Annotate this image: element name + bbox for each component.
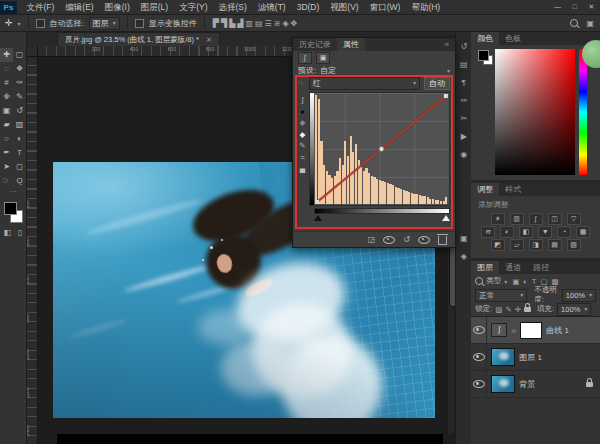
distribute-right-icon[interactable]: ▤ (254, 19, 264, 28)
menu-item[interactable]: 选择(S) (213, 2, 252, 12)
adjustment-view-icon[interactable]: ∫ (298, 52, 312, 64)
channel-mixer-icon[interactable]: ◔ (557, 226, 571, 238)
tool-presets-panel-icon[interactable]: ✂ (460, 114, 467, 123)
tab-color[interactable]: 颜色 (471, 32, 499, 45)
lock-pixels-icon[interactable]: ✎ (505, 305, 511, 314)
curve-tool-icon[interactable]: ʃ (302, 96, 304, 104)
quick-selection-tool[interactable]: ❖ (13, 62, 26, 76)
marquee-tool[interactable]: ▢ (13, 48, 26, 62)
color-balance-icon[interactable]: ◐ (500, 226, 514, 238)
previous-state-icon[interactable] (383, 236, 395, 244)
white-point-eyedropper-icon[interactable]: ◆ (300, 131, 306, 139)
libraries-panel-icon[interactable]: ▣ (460, 234, 468, 243)
blur-tool[interactable]: ○ (0, 132, 13, 146)
targeted-adjustment-icon[interactable]: ☞ (298, 80, 305, 88)
layer-row[interactable]: 图层 1 (471, 344, 600, 371)
histogram-icon[interactable]: ▄ (300, 165, 305, 173)
channel-dropdown[interactable]: 红 ▾ (309, 77, 420, 90)
clip-to-layer-icon[interactable]: ◲ (368, 235, 376, 244)
filter-image-icon[interactable]: ▣ (512, 277, 519, 286)
layer-visibility-icon[interactable] (473, 353, 485, 361)
zoom-tool[interactable]: Q (13, 174, 26, 188)
selective-color-icon[interactable]: ▨ (567, 239, 581, 251)
white-point-slider[interactable] (442, 215, 450, 221)
minimize-button[interactable]: — (549, 0, 566, 14)
tab-styles[interactable]: 样式 (499, 183, 527, 196)
layer-visibility-icon[interactable] (473, 380, 485, 388)
layer-mask-thumbnail[interactable] (520, 322, 542, 339)
posterize-icon[interactable]: ▱ (510, 239, 524, 251)
chevron-down-icon[interactable]: ▾ (504, 278, 507, 285)
smooth-curve-icon[interactable]: ≈ (300, 154, 304, 162)
3d-pan-icon[interactable]: ✥ (290, 19, 299, 28)
fill-dropdown[interactable]: 100% ▾ (557, 303, 591, 316)
curves-icon[interactable]: ∫ (529, 213, 543, 225)
tool-preset-caret-icon[interactable]: ▾ (18, 20, 21, 27)
crop-tool[interactable]: # (0, 76, 13, 90)
menu-item[interactable]: 图像(I) (99, 2, 135, 12)
menu-item[interactable]: 图层(L) (135, 2, 173, 12)
layer-thumbnail[interactable] (491, 348, 515, 366)
healing-brush-tool[interactable]: ✙ (0, 90, 13, 104)
screen-mode-icon[interactable]: ▯ (18, 228, 22, 237)
layer-visibility-icon[interactable] (473, 326, 485, 334)
brightness-contrast-icon[interactable]: ☀ (491, 213, 505, 225)
black-point-slider[interactable] (314, 215, 322, 221)
tab-layers[interactable]: 图层 (471, 261, 499, 274)
actions-panel-icon[interactable]: ▶ (461, 132, 467, 141)
3d-orbit-icon[interactable]: ◈ (281, 19, 289, 28)
quick-mask-icon[interactable]: ◧ (4, 228, 12, 237)
gray-point-eyedropper-icon[interactable]: ◆ (300, 119, 306, 127)
notes-panel-icon[interactable]: ◉ (460, 150, 467, 159)
info-panel-icon[interactable]: ◈ (461, 252, 467, 261)
menu-item[interactable]: 帮助(H) (406, 2, 446, 12)
hue-saturation-icon[interactable]: ≋ (481, 226, 495, 238)
lasso-tool[interactable]: ◌ (0, 62, 13, 76)
curve-graph[interactable] (309, 92, 450, 206)
layer-mask-link-icon[interactable]: ∞ (511, 327, 516, 334)
gradient-tool[interactable]: ▧ (13, 118, 26, 132)
show-transform-checkbox[interactable] (135, 19, 144, 28)
search-icon[interactable] (570, 19, 578, 27)
chevron-down-icon[interactable]: ▾ (447, 67, 450, 74)
visibility-cell[interactable] (471, 371, 487, 397)
threshold-icon[interactable]: ◨ (529, 239, 543, 251)
path-selection-tool[interactable]: ➤ (0, 160, 13, 174)
lock-position-icon[interactable]: ✛ (515, 305, 521, 314)
maximize-button[interactable]: □ (566, 0, 583, 14)
workspace-switcher-icon[interactable]: ▣ (585, 19, 595, 28)
brush-settings-panel-icon[interactable]: ✑ (460, 96, 467, 105)
distribute-center-icon[interactable]: ▥ (244, 19, 254, 28)
tab-history[interactable]: 历史记录 (293, 38, 337, 51)
black-point-eyedropper-icon[interactable]: ◆ (300, 108, 306, 116)
masks-view-icon[interactable]: ▣ (316, 52, 330, 64)
exposure-icon[interactable]: ◫ (548, 213, 562, 225)
auto-select-checkbox[interactable] (36, 19, 45, 28)
eyedropper-tool[interactable]: ✑ (13, 76, 26, 90)
menu-item[interactable]: 窗口(W) (364, 2, 406, 12)
lock-transparency-icon[interactable]: ▨ (495, 305, 502, 314)
hand-tool[interactable]: ☞ (0, 174, 13, 188)
pencil-icon[interactable]: ✎ (299, 142, 305, 150)
filter-adjustment-icon[interactable]: ◐ (523, 277, 528, 286)
align-top-icon[interactable]: ▛ (212, 19, 220, 28)
tab-paths[interactable]: 路径 (527, 261, 555, 274)
saturation-brightness-field[interactable] (495, 49, 575, 175)
gradient-map-icon[interactable]: ▤ (548, 239, 562, 251)
move-tool[interactable]: ✛ (0, 48, 13, 62)
levels-icon[interactable]: ▥ (510, 213, 524, 225)
tab-channels[interactable]: 通道 (499, 261, 527, 274)
history-panel-icon[interactable]: ↺ (460, 42, 467, 51)
shape-tool[interactable]: ◻ (13, 160, 26, 174)
type-tool[interactable]: T (13, 146, 26, 160)
vibrance-icon[interactable]: ▽ (567, 213, 581, 225)
foreground-color-swatch[interactable] (4, 202, 17, 215)
close-tab-icon[interactable]: ✕ (206, 33, 212, 46)
hue-slider[interactable] (579, 49, 587, 175)
opacity-dropdown[interactable]: 100% ▾ (562, 289, 596, 302)
menu-item[interactable]: 视图(V) (325, 2, 364, 12)
pen-tool[interactable]: ✒ (0, 146, 13, 160)
black-white-icon[interactable]: ◧ (519, 226, 533, 238)
more-tools-icon[interactable]: ··· (0, 188, 26, 198)
tab-swatches[interactable]: 色板 (499, 32, 527, 45)
